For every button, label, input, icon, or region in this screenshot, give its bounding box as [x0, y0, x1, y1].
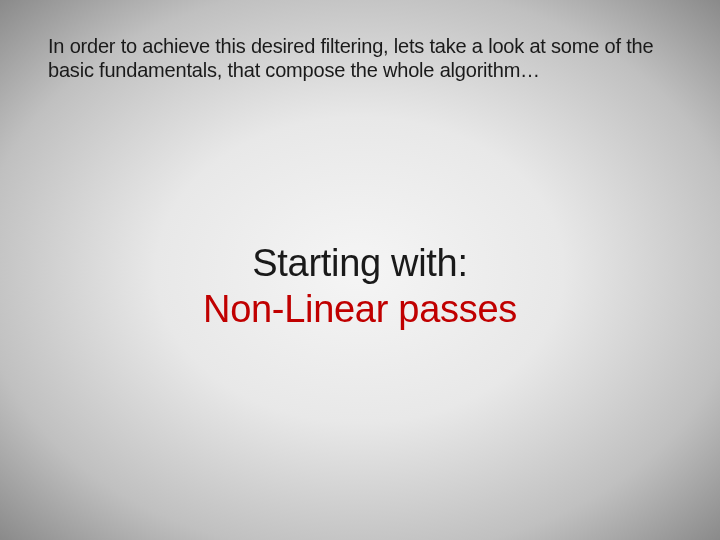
intro-paragraph: In order to achieve this desired filteri…: [48, 34, 660, 82]
title-line-1: Starting with:: [0, 242, 720, 286]
title-block: Starting with: Non-Linear passes: [0, 242, 720, 331]
title-line-2: Non-Linear passes: [0, 288, 720, 332]
